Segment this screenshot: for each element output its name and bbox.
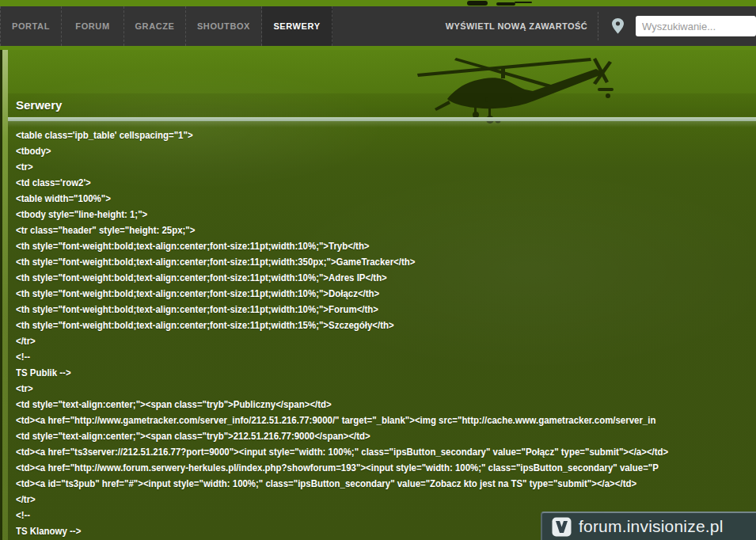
- tab-portal[interactable]: PORTAL: [0, 6, 62, 46]
- content-top-fade: [8, 121, 756, 127]
- page-background: Serwery <table class='ipb_table' cellspa…: [0, 50, 756, 540]
- tab-forum[interactable]: FORUM: [62, 6, 124, 46]
- code-text-block: <table class='ipb_table' cellspacing="1"…: [16, 127, 756, 540]
- code-line: </tr>: [16, 333, 667, 349]
- code-line: <th style="font-weight:bold;text-align:c…: [16, 254, 667, 270]
- code-line: <tbody>: [16, 143, 667, 159]
- code-line: </tr>: [16, 492, 667, 508]
- tab-gracze[interactable]: GRACZE: [124, 6, 186, 46]
- nav-right-section: WYŚWIETL NOWĄ ZAWARTOŚĆ: [446, 6, 756, 46]
- code-line: <th style="font-weight:bold;text-align:c…: [16, 302, 667, 318]
- code-line: <tbody style="line-height: 1;">: [16, 207, 667, 222]
- main-navbar: PORTAL FORUM GRACZE SHOUTBOX SERWERY WYŚ…: [0, 6, 756, 46]
- accent-strip-below-nav: [0, 46, 756, 50]
- location-pin-icon[interactable]: [609, 18, 626, 34]
- code-line: <tr>: [16, 381, 667, 397]
- code-line: <td><a id="ts3pub" href="#"><input style…: [16, 476, 667, 492]
- invisionize-watermark-link[interactable]: forum.invisionize.pl: [541, 511, 756, 540]
- code-line: <td><a href="ts3server://212.51.216.77?p…: [16, 444, 667, 460]
- watermark-text: forum.invisionize.pl: [579, 517, 724, 536]
- code-line: <td style="text-align:center;"><span cla…: [16, 428, 667, 444]
- nav-tabs: PORTAL FORUM GRACZE SHOUTBOX SERWERY: [0, 6, 332, 46]
- tab-shoutbox[interactable]: SHOUTBOX: [186, 6, 262, 46]
- search-box: [636, 16, 756, 36]
- code-line: <td style="text-align:center;"><span cla…: [16, 397, 667, 413]
- nav-divider: [598, 12, 598, 40]
- code-line: <th style="font-weight:bold;text-align:c…: [16, 270, 667, 286]
- code-line: <!--: [16, 349, 667, 365]
- left-border-strip: [0, 50, 8, 540]
- code-line: <th style="font-weight:bold;text-align:c…: [16, 318, 667, 333]
- code-line: <td class='row2'>: [16, 175, 667, 191]
- top-accent-strip: [0, 0, 756, 6]
- page-title: Serwery: [16, 98, 62, 112]
- code-line: <td><a href="http://www.forum.serwery-he…: [16, 460, 667, 476]
- code-line: <tr>: [16, 159, 667, 175]
- code-line: <table width="100%">: [16, 191, 667, 207]
- code-line: <table class='ipb_table' cellspacing="1"…: [16, 127, 667, 143]
- code-line: TS Publik -->: [16, 365, 667, 381]
- code-line: <th style="font-weight:bold;text-align:c…: [16, 238, 667, 254]
- view-new-content-link[interactable]: WYŚWIETL NOWĄ ZAWARTOŚĆ: [446, 21, 587, 31]
- search-input[interactable]: [636, 16, 756, 36]
- invisionize-logo-icon: [552, 517, 572, 537]
- code-line: <th style="font-weight:bold;text-align:c…: [16, 286, 667, 302]
- tab-serwery[interactable]: SERWERY: [262, 6, 332, 46]
- background-specks: [467, 1, 488, 6]
- page-title-band: [8, 93, 756, 116]
- code-line: <td><a href="http://www.gametracker.com/…: [16, 413, 667, 428]
- code-line: <tr class="header" style="height: 25px;"…: [16, 222, 667, 238]
